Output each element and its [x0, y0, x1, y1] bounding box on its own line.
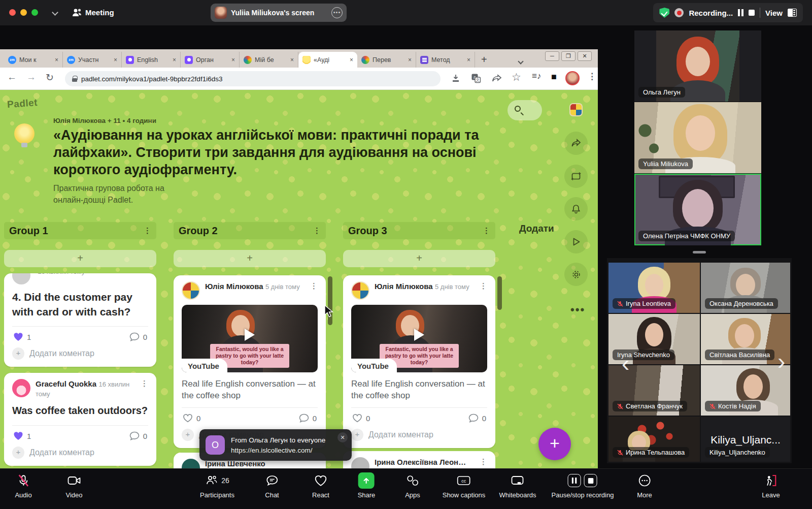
- dark-extension-icon[interactable]: ■: [551, 72, 557, 82]
- video-tile-no-video[interactable]: Kiliya_Uljanc... Kiliya_Uljanchenko: [701, 417, 790, 462]
- leave-button[interactable]: Leave: [762, 473, 780, 499]
- video-button[interactable]: Video: [65, 473, 82, 499]
- comment-count[interactable]: 0: [468, 413, 486, 423]
- panel-resize-handle[interactable]: [693, 251, 706, 253]
- video-tile-spotlight[interactable]: Yuliia Miliukova: [634, 102, 761, 173]
- more-options-icon[interactable]: •••: [570, 303, 585, 316]
- add-comment-row[interactable]: + Додати коментар: [12, 342, 148, 361]
- column-menu-kebab-icon[interactable]: ⋮: [483, 226, 490, 235]
- browser-tab[interactable]: English×: [122, 52, 181, 68]
- tab-search-chevron-icon[interactable]: [518, 58, 523, 64]
- play-button-icon[interactable]: [245, 329, 255, 341]
- column-menu-kebab-icon[interactable]: ⋮: [144, 226, 151, 235]
- slideshow-play-button[interactable]: [564, 230, 588, 253]
- tab-close-icon[interactable]: ×: [173, 56, 176, 63]
- video-tile[interactable]: Костів Надія: [701, 365, 790, 416]
- youtube-video-thumbnail[interactable]: Fantastic, would you like a pastry to go…: [182, 305, 318, 372]
- previous-page-chevron-icon[interactable]: ‹: [622, 349, 629, 377]
- forward-icon[interactable]: →: [26, 72, 36, 83]
- video-tile[interactable]: Iryna Leontieva: [608, 263, 700, 313]
- screen-options-icon[interactable]: •••: [331, 7, 343, 18]
- column-scrollbar[interactable]: [497, 276, 502, 310]
- next-page-chevron-icon[interactable]: ›: [777, 347, 785, 375]
- like-button[interactable]: 0: [352, 413, 370, 423]
- close-window-button[interactable]: [9, 9, 16, 16]
- browser-tab[interactable]: Мій бе×: [240, 52, 298, 68]
- share-board-button[interactable]: [564, 132, 588, 155]
- url-bar[interactable]: padlet.com/milykova1/padlet-9bpbrz2fdf1i…: [65, 71, 441, 86]
- comment-count[interactable]: 0: [129, 332, 147, 341]
- bookmark-star-icon[interactable]: ☆: [512, 71, 521, 83]
- browser-tab[interactable]: Перев×: [357, 52, 416, 68]
- column-header[interactable]: Group 1 ⋮: [4, 222, 156, 239]
- post-card-partial[interactable]: Ірина Олексіївна Леон… ⋮: [343, 451, 495, 468]
- tab-close-icon[interactable]: ×: [467, 56, 470, 63]
- pause-recording-icon[interactable]: [568, 474, 581, 487]
- tab-close-icon[interactable]: ×: [55, 56, 58, 63]
- add-post-fab-button[interactable]: +: [538, 428, 571, 460]
- tab-close-icon[interactable]: ×: [350, 56, 353, 63]
- translate-icon[interactable]: a文: [471, 73, 481, 83]
- post-card[interactable]: 16 хвилин тому 4. Did the customer pay w…: [4, 273, 156, 367]
- participants-menu-icon[interactable]: [71, 7, 83, 18]
- refresh-icon[interactable]: ↻: [46, 72, 54, 83]
- show-captions-button[interactable]: cc Show captions: [443, 473, 486, 499]
- post-card-video[interactable]: Юлія Мілюкова 5 днів тому ⋮ Fantastic, w…: [174, 275, 326, 448]
- video-tile-spotlight[interactable]: Ольга Легун: [634, 30, 761, 102]
- remake-board-button[interactable]: [564, 165, 588, 188]
- add-section-label[interactable]: Додати: [519, 223, 554, 234]
- padlet-user-avatar[interactable]: [569, 103, 583, 116]
- tab-close-icon[interactable]: ×: [114, 56, 117, 63]
- board-search-button[interactable]: [507, 100, 542, 120]
- add-post-button[interactable]: +: [174, 250, 326, 267]
- post-card[interactable]: Graceful Quokka 16 хвилин тому ⋮ Was cof…: [4, 373, 156, 466]
- tab-close-icon[interactable]: ×: [231, 56, 235, 63]
- browser-tab[interactable]: zm Участн×: [63, 52, 122, 68]
- restore-icon[interactable]: ❐: [561, 51, 576, 61]
- notifications-bell-button[interactable]: [564, 197, 588, 220]
- security-shield-icon[interactable]: [659, 8, 669, 18]
- add-comment-row[interactable]: + Додати коментар: [351, 424, 487, 442]
- post-menu-kebab-icon[interactable]: ⋮: [480, 281, 487, 300]
- post-menu-kebab-icon[interactable]: ⋮: [480, 457, 487, 468]
- play-button-icon[interactable]: [414, 329, 424, 341]
- video-tile[interactable]: Оксана Дереновська: [701, 263, 790, 313]
- post-menu-kebab-icon[interactable]: ⋮: [310, 281, 318, 300]
- shared-screen-pill[interactable]: Yuliia Miliukova's screen •••: [211, 4, 347, 22]
- pause-stop-recording-button[interactable]: Pause/stop recording: [552, 473, 614, 499]
- post-card-video[interactable]: Юлія Мілюкова 5 днів тому ⋮ Fantastic, w…: [343, 275, 495, 448]
- comment-count[interactable]: 0: [129, 431, 147, 440]
- minimize-window-button[interactable]: [20, 9, 27, 16]
- browser-tab[interactable]: Метод×: [416, 52, 475, 68]
- column-menu-kebab-icon[interactable]: ⋮: [313, 226, 321, 235]
- video-tile[interactable]: Ирина Тельпашова: [608, 417, 700, 462]
- chat-notification-popup[interactable]: O From Ольга Легун to everyone https://e…: [199, 429, 352, 461]
- browser-menu-kebab-icon[interactable]: ⋮: [588, 71, 596, 82]
- video-link-title[interactable]: Real life English conversation — at the …: [182, 378, 318, 401]
- padlet-logo[interactable]: Padlet: [7, 97, 38, 110]
- like-button[interactable]: 0: [183, 413, 200, 423]
- chevron-down-icon[interactable]: [52, 9, 58, 16]
- browser-profile-avatar[interactable]: [565, 71, 580, 85]
- video-tile-spotlight-active-speaker[interactable]: Олена Петріна ЧМФК ОНМУ: [634, 174, 761, 245]
- view-layout-icon[interactable]: [788, 9, 797, 17]
- playlist-extension-icon[interactable]: ≡♪: [532, 71, 541, 81]
- browser-tab-active[interactable]: «Ауді×: [298, 52, 357, 68]
- stop-recording-icon[interactable]: [584, 474, 597, 487]
- react-button[interactable]: React: [312, 473, 329, 499]
- close-icon[interactable]: ✕: [337, 432, 348, 442]
- share-screen-button[interactable]: Share: [358, 473, 376, 499]
- stop-recording-button[interactable]: [749, 10, 755, 16]
- browser-tab[interactable]: Орган×: [181, 52, 240, 68]
- add-post-button[interactable]: +: [4, 250, 156, 267]
- lock-icon[interactable]: [72, 76, 77, 82]
- back-icon[interactable]: ←: [7, 72, 17, 83]
- view-menu-label[interactable]: View: [765, 9, 783, 17]
- tab-close-icon[interactable]: ×: [290, 56, 294, 63]
- share-icon[interactable]: [491, 73, 502, 83]
- board-settings-button[interactable]: [564, 263, 588, 286]
- pause-recording-button[interactable]: [738, 9, 743, 16]
- audio-button[interactable]: Audio: [15, 473, 31, 499]
- column-header[interactable]: Group 3 ⋮: [343, 222, 495, 239]
- whiteboards-button[interactable]: Whiteboards: [499, 473, 536, 499]
